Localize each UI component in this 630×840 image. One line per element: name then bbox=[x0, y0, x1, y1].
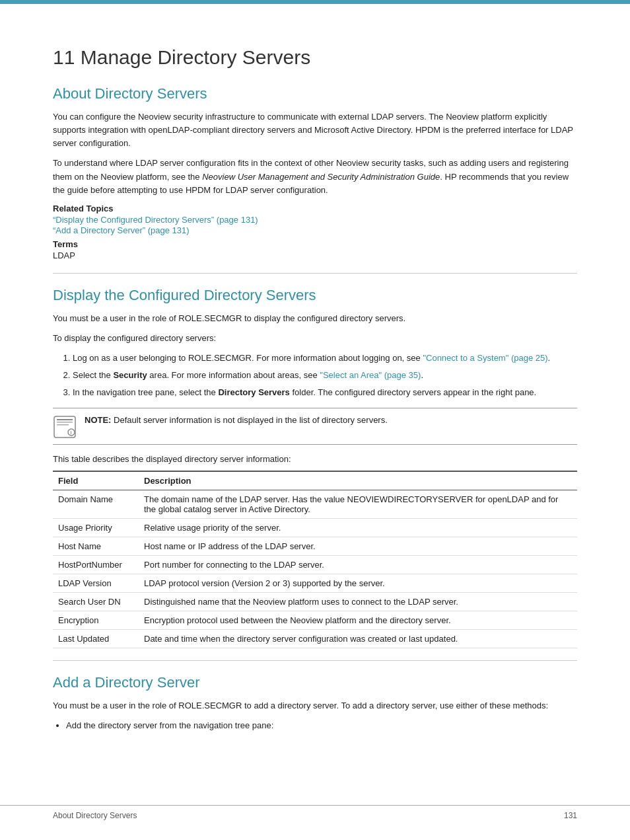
step3-bold: Directory Servers bbox=[218, 387, 289, 397]
table-header-description: Description bbox=[139, 471, 577, 490]
add-intro: You must be a user in the role of ROLE.S… bbox=[53, 699, 577, 712]
add-bullet-1: Add the directory server from the naviga… bbox=[66, 719, 577, 732]
steps-list: Log on as a user belonging to ROLE.SECMG… bbox=[73, 352, 577, 399]
table-cell-description: LDAP protocol version (Version 2 or 3) s… bbox=[139, 574, 577, 592]
footer-section-title: About Directory Servers bbox=[53, 811, 137, 820]
chapter-title: 11 Manage Directory Servers bbox=[53, 46, 577, 72]
related-link-1[interactable]: “Display the Configured Directory Server… bbox=[53, 215, 577, 225]
footer-page-number: 131 bbox=[564, 811, 577, 820]
section-heading-about: About Directory Servers bbox=[53, 85, 577, 102]
table-cell-description: Distinguished name that the Neoview plat… bbox=[139, 592, 577, 611]
directory-server-table: Field Description Domain NameThe domain … bbox=[53, 471, 577, 648]
table-row: Domain NameThe domain name of the LDAP s… bbox=[53, 490, 577, 518]
table-header-field: Field bbox=[53, 471, 139, 490]
table-desc: This table describes the displayed direc… bbox=[53, 454, 577, 464]
note-box: i NOTE: Default server information is no… bbox=[53, 408, 577, 445]
step-1: Log on as a user belonging to ROLE.SECMG… bbox=[73, 352, 577, 365]
about-para-1: You can configure the Neoview security i… bbox=[53, 110, 577, 150]
table-cell-field: HostPortNumber bbox=[53, 555, 139, 574]
top-border bbox=[0, 0, 630, 4]
table-row: Last UpdatedDate and time when the direc… bbox=[53, 629, 577, 648]
about-para-2: To understand where LDAP server configur… bbox=[53, 157, 577, 196]
step-2: Select the Security area. For more infor… bbox=[73, 369, 577, 382]
table-row: HostPortNumberPort number for connecting… bbox=[53, 555, 577, 574]
display-intro2: To display the configured directory serv… bbox=[53, 332, 577, 345]
step2-link: "Select an Area" (page 35) bbox=[320, 370, 421, 380]
svg-rect-2 bbox=[57, 422, 73, 423]
related-topics-label: Related Topics bbox=[53, 204, 577, 213]
table-row: Search User DNDistinguished name that th… bbox=[53, 592, 577, 611]
note-content: NOTE: Default server information is not … bbox=[85, 414, 388, 427]
table-cell-field: Host Name bbox=[53, 537, 139, 555]
note-icon: i bbox=[53, 415, 77, 439]
step-3: In the navigation tree pane, select the … bbox=[73, 386, 577, 399]
terms-text: LDAP bbox=[53, 250, 75, 260]
section-divider-2 bbox=[53, 660, 577, 661]
table-cell-description: Relative usage priority of the server. bbox=[139, 518, 577, 537]
table-cell-field: LDAP Version bbox=[53, 574, 139, 592]
svg-rect-1 bbox=[57, 419, 73, 420]
table-row: EncryptionEncryption protocol used betwe… bbox=[53, 611, 577, 629]
terms-label: Terms bbox=[53, 239, 577, 249]
table-cell-description: Port number for connecting to the LDAP s… bbox=[139, 555, 577, 574]
table-cell-field: Encryption bbox=[53, 611, 139, 629]
related-link-2[interactable]: “Add a Directory Server” (page 131) bbox=[53, 225, 577, 235]
add-bullet-list: Add the directory server from the naviga… bbox=[66, 719, 577, 732]
display-intro: You must be a user in the role of ROLE.S… bbox=[53, 312, 577, 325]
section-heading-display: Display the Configured Directory Servers bbox=[53, 287, 577, 304]
table-cell-field: Search User DN bbox=[53, 592, 139, 611]
step1-link: "Connect to a System" (page 25) bbox=[423, 353, 547, 363]
table-row: Usage PriorityRelative usage priority of… bbox=[53, 518, 577, 537]
step2-bold: Security bbox=[113, 370, 147, 380]
note-label: NOTE: bbox=[85, 415, 111, 425]
svg-rect-3 bbox=[57, 424, 69, 426]
table-cell-description: Date and time when the directory server … bbox=[139, 629, 577, 648]
table-cell-description: Host name or IP address of the LDAP serv… bbox=[139, 537, 577, 555]
section-heading-add: Add a Directory Server bbox=[53, 674, 577, 691]
table-cell-field: Domain Name bbox=[53, 490, 139, 518]
section-divider-1 bbox=[53, 273, 577, 274]
table-cell-field: Last Updated bbox=[53, 629, 139, 648]
page: 11 Manage Directory Servers About Direct… bbox=[0, 0, 630, 840]
table-row: LDAP VersionLDAP protocol version (Versi… bbox=[53, 574, 577, 592]
table-cell-description: The domain name of the LDAP server. Has … bbox=[139, 490, 577, 518]
table-cell-field: Usage Priority bbox=[53, 518, 139, 537]
table-row: Host NameHost name or IP address of the … bbox=[53, 537, 577, 555]
note-text: Default server information is not displa… bbox=[114, 415, 388, 425]
table-cell-description: Encryption protocol used between the Neo… bbox=[139, 611, 577, 629]
svg-text:i: i bbox=[71, 430, 72, 435]
